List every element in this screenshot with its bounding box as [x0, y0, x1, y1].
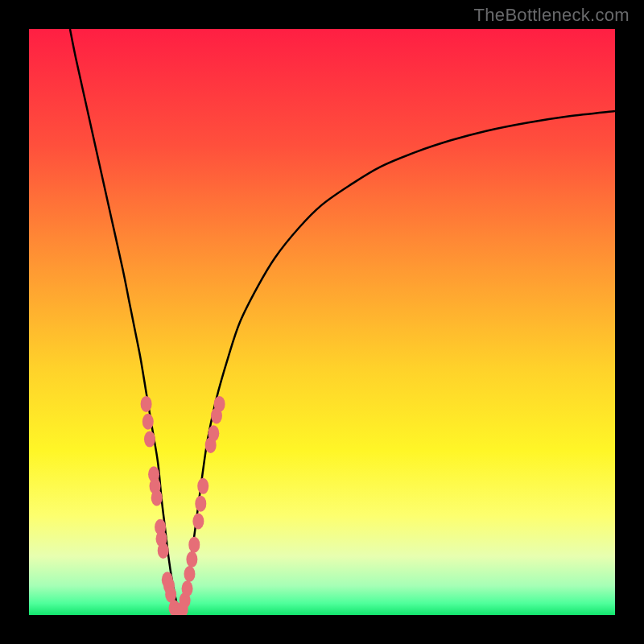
data-dot	[195, 496, 206, 512]
data-dot	[208, 425, 219, 441]
plot-area	[29, 29, 615, 615]
data-dot	[186, 551, 197, 568]
data-dot	[182, 580, 193, 597]
data-dot	[197, 478, 208, 494]
data-dot	[141, 396, 152, 412]
data-dot	[142, 414, 154, 430]
bottleneck-curve	[70, 29, 615, 615]
data-dot	[214, 396, 225, 412]
data-dot	[192, 514, 204, 530]
watermark-text: TheBottleneck.com	[474, 5, 630, 26]
data-dot	[144, 431, 155, 448]
data-dot	[184, 566, 195, 582]
data-dot	[188, 537, 200, 553]
chart-frame: TheBottleneck.com	[0, 0, 644, 644]
data-dot	[158, 543, 169, 559]
data-dot	[151, 489, 163, 506]
curve-layer	[29, 29, 615, 615]
